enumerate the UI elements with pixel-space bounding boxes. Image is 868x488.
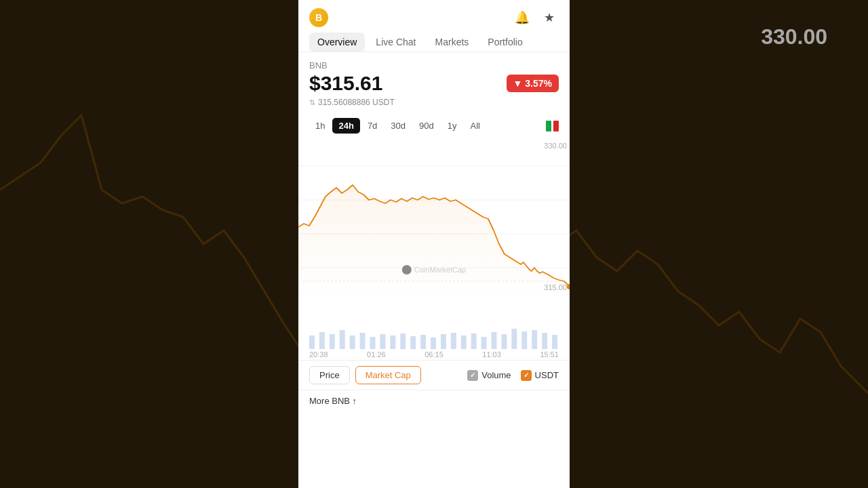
watermark: CoinMarketCap: [402, 265, 466, 274]
svg-rect-21: [451, 333, 456, 349]
time-btn-7d[interactable]: 7d: [361, 118, 383, 134]
y-label-315: 315.00: [544, 283, 567, 291]
tab-portfolio[interactable]: Portfolio: [479, 33, 530, 52]
svg-rect-30: [542, 333, 547, 349]
volume-area: [298, 315, 570, 349]
time-range-selector: 1h 24h 7d 30d 90d 1y All: [298, 113, 570, 139]
volume-checkmark: ✓: [470, 371, 475, 379]
bottom-controls: Price Market Cap ✓ Volume ✓ USDT: [298, 360, 570, 390]
usdt-toggle[interactable]: ✓ USDT: [521, 370, 559, 381]
svg-rect-17: [410, 336, 416, 349]
bell-icon[interactable]: 🔔: [513, 8, 532, 27]
top-bar: B 🔔 ★: [298, 0, 570, 30]
svg-rect-31: [552, 335, 557, 349]
volume-toggle[interactable]: ✓ Volume: [467, 370, 511, 381]
x-label-2: 06:15: [425, 350, 443, 359]
usdt-label: USDT: [535, 370, 559, 380]
svg-rect-9: [330, 334, 335, 349]
change-badge: ▼ 3.57%: [507, 75, 559, 92]
main-card: B 🔔 ★ Overview Live Chat Markets Portfol…: [298, 0, 570, 488]
usdt-price-row: ⇅ 315.56088886 USDT: [309, 98, 559, 107]
volume-label: Volume: [481, 370, 511, 380]
time-btn-90d[interactable]: 90d: [413, 118, 440, 134]
volume-checkbox[interactable]: ✓: [467, 370, 478, 381]
tab-live-chat[interactable]: Live Chat: [368, 33, 424, 52]
coin-symbol: BNB: [309, 60, 559, 70]
svg-rect-23: [471, 333, 477, 349]
coin-logo-icon: B: [309, 8, 328, 27]
top-bar-left: B: [309, 8, 328, 27]
market-cap-button[interactable]: Market Cap: [355, 366, 421, 384]
x-label-4: 15:51: [540, 350, 559, 359]
chart-area: 330.00 315.00: [298, 139, 570, 315]
toggle-group: ✓ Volume ✓ USDT: [467, 370, 559, 381]
candle-green: [546, 121, 551, 131]
x-label-0: 20:38: [309, 350, 328, 359]
svg-rect-24: [481, 337, 487, 349]
candle-chart-icon[interactable]: [546, 121, 559, 131]
price-button[interactable]: Price: [309, 366, 350, 384]
time-btn-all[interactable]: All: [464, 118, 486, 134]
more-text: More BNB ↑: [309, 396, 357, 406]
watermark-logo-icon: [402, 265, 412, 274]
tab-markets[interactable]: Markets: [427, 33, 477, 52]
svg-rect-14: [380, 334, 385, 349]
swap-icon: ⇅: [309, 98, 315, 107]
svg-rect-22: [461, 336, 467, 349]
svg-rect-27: [511, 329, 517, 349]
usdt-checkbox[interactable]: ✓: [521, 370, 532, 381]
svg-rect-28: [521, 331, 527, 349]
price-row: $315.61 ▼ 3.57%: [309, 72, 559, 95]
volume-chart: [309, 315, 559, 349]
price-section: BNB $315.61 ▼ 3.57% ⇅ 315.56088886 USDT: [298, 52, 570, 113]
star-icon[interactable]: ★: [540, 8, 559, 27]
svg-rect-20: [441, 334, 446, 349]
svg-rect-19: [431, 338, 436, 349]
price-chart: [298, 139, 570, 302]
svg-rect-7: [309, 336, 315, 349]
watermark-text: CoinMarketCap: [414, 266, 466, 274]
svg-rect-12: [360, 333, 366, 349]
background-price: 330.00: [761, 24, 827, 49]
y-label-330: 330.00: [544, 142, 567, 150]
time-btn-1y[interactable]: 1y: [441, 118, 463, 134]
time-btn-1h[interactable]: 1h: [309, 118, 331, 134]
x-label-1: 01:26: [367, 350, 386, 359]
svg-rect-11: [350, 336, 355, 349]
svg-rect-29: [532, 330, 537, 349]
svg-rect-15: [390, 336, 395, 349]
main-price: $315.61: [309, 72, 382, 95]
tab-overview[interactable]: Overview: [309, 33, 365, 52]
time-btn-24h[interactable]: 24h: [332, 118, 359, 134]
svg-rect-26: [501, 334, 507, 349]
svg-rect-25: [492, 332, 497, 349]
nav-tabs: Overview Live Chat Markets Portfolio: [298, 30, 570, 52]
svg-rect-8: [319, 332, 325, 349]
top-bar-right: 🔔 ★: [513, 8, 559, 27]
svg-marker-4: [298, 185, 570, 302]
usdt-checkmark: ✓: [524, 371, 529, 379]
x-label-3: 11:03: [482, 350, 501, 359]
svg-rect-13: [370, 337, 376, 349]
more-section: More BNB ↑: [298, 390, 570, 411]
svg-rect-18: [420, 335, 426, 349]
candle-red: [553, 121, 559, 131]
time-btn-30d[interactable]: 30d: [384, 118, 412, 134]
svg-rect-10: [340, 330, 345, 349]
svg-rect-16: [400, 333, 406, 349]
x-axis-labels: 20:38 01:26 06:15 11:03 15:51: [298, 349, 570, 360]
usdt-price-value: 315.56088886 USDT: [318, 98, 395, 107]
